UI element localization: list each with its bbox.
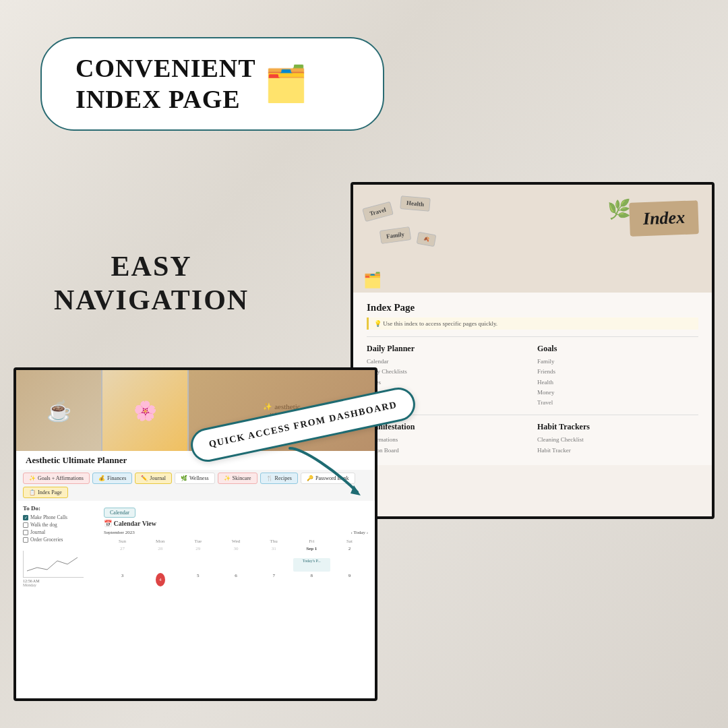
calendar-row-event: Today's P...	[104, 558, 368, 572]
cal-cell-sep1[interactable]: Sep 1	[293, 545, 330, 558]
cal-today-marker[interactable]: 4	[156, 573, 165, 586]
cal-cell-3[interactable]: 3	[104, 572, 141, 588]
health-card: Health	[400, 195, 431, 212]
habit-trackers-items: Cleaning ChecklistHabit Tracker	[537, 435, 698, 456]
cal-cell-9[interactable]: 9	[331, 572, 368, 588]
easy-navigation-text: EASY NAVIGATION	[54, 249, 249, 317]
cal-header-mon: Mon	[142, 538, 179, 545]
index-label: Index	[642, 208, 685, 229]
easy-nav-line2: NAVIGATION	[54, 283, 249, 317]
hero-image-3: ✨ aestheticlifestyle	[189, 370, 375, 451]
leaf-decoration: 🌿	[607, 198, 631, 220]
calendar-grid-headers: Sun Mon Tue Wed Thu Fri Sat	[104, 538, 368, 545]
index-divider-2	[367, 415, 698, 415]
family-card: Family	[380, 226, 411, 244]
folder-icon: 🗂️	[264, 67, 308, 102]
nav-wellness[interactable]: 🌿Wellness	[175, 473, 215, 484]
mini-chart	[23, 551, 84, 578]
cal-header-tue: Tue	[179, 538, 216, 545]
travel-card: Travel	[362, 202, 394, 222]
todo-item-3: Journal	[23, 529, 97, 535]
calendar-view-title: 📅 Calendar View	[104, 520, 368, 527]
nav-skincare[interactable]: ✨Skincare	[218, 473, 257, 484]
hero-image-1: ☕	[16, 370, 102, 451]
nav-password-bank[interactable]: 🔑Password Bank	[301, 473, 355, 484]
cal-cell-4-today[interactable]: 4	[142, 572, 179, 588]
cal-header-sat: Sat	[331, 538, 368, 545]
nav-recipes[interactable]: 🍴Recipes	[260, 473, 298, 484]
todo-title: To Do:	[23, 505, 97, 512]
todo-section: To Do: ✓ Make Phone Calls Walk the dog J…	[23, 505, 97, 694]
calendar-tab[interactable]: Calendar	[104, 508, 135, 518]
manifestation-items: AffirmationsVision Board	[367, 435, 528, 456]
goals-items: FamilyFriendsHealthMoneyTravel	[537, 357, 698, 408]
cal-event-2	[142, 558, 179, 572]
cal-cell-28[interactable]: 28	[142, 545, 179, 558]
todo-check-2	[23, 522, 28, 528]
calendar-nav-buttons[interactable]: ‹ Today ›	[351, 530, 368, 535]
index-page-heading: Index Page	[367, 302, 698, 313]
cal-cell-31[interactable]: 31	[255, 545, 293, 558]
cal-cell-5[interactable]: 5	[179, 572, 216, 588]
manifestation-heading: Manifestation	[367, 422, 528, 432]
cal-event-1	[104, 558, 141, 572]
cal-cell-6[interactable]: 6	[217, 572, 254, 588]
cal-cell-7[interactable]: 7	[255, 572, 293, 588]
todo-item-4: Order Groceries	[23, 537, 97, 543]
calendar-section: Calendar 📅 Calendar View September 2023 …	[104, 505, 368, 694]
cal-event-3	[179, 558, 216, 572]
habit-trackers-heading: Habit Trackers	[537, 422, 698, 432]
todo-item-2: Walk the dog	[23, 522, 97, 528]
cal-event-5	[255, 558, 293, 572]
todo-check-3	[23, 530, 28, 535]
prev-month-btn[interactable]: ‹ Today ›	[351, 530, 368, 535]
dashboard-screenshot: ☕ 🌸 ✨ aestheticlifestyle Aesthetic Ultim…	[13, 367, 377, 701]
easy-nav-line1: EASY	[54, 249, 249, 283]
calendar-month: September 2023	[104, 530, 135, 535]
cal-cell-8[interactable]: 8	[293, 572, 330, 588]
cal-cell-29[interactable]: 29	[179, 545, 216, 558]
cal-event-7	[331, 558, 368, 572]
nav-journal[interactable]: ✏️Journal	[135, 473, 172, 484]
nav-goals-affirmations[interactable]: ✨Goals + Affirmations	[23, 473, 90, 484]
cal-cell-27[interactable]: 27	[104, 545, 141, 558]
mini-chart-area: 12:56 AM Monday	[23, 551, 97, 587]
dashboard-content: To Do: ✓ Make Phone Calls Walk the dog J…	[16, 501, 375, 698]
index-columns-bottom: Manifestation AffirmationsVision Board H…	[367, 422, 698, 456]
calendar-row-1: 27 28 29 30 31 Sep 1 2	[104, 545, 368, 558]
cal-event-today[interactable]: Today's P...	[293, 558, 330, 572]
dashboard-nav[interactable]: ✨Goals + Affirmations 💰Finances ✏️Journa…	[16, 470, 375, 501]
title-badge: CONVENIENT INDEX PAGE 🗂️	[40, 37, 384, 131]
index-divider-1	[367, 336, 698, 337]
goals-heading: Goals	[537, 344, 698, 354]
todo-item-1: ✓ Make Phone Calls	[23, 514, 97, 520]
nav-index-page[interactable]: 📋Index Page	[23, 487, 68, 498]
cal-cell-2[interactable]: 2	[331, 545, 368, 558]
cal-event-4	[217, 558, 254, 572]
nav-finances[interactable]: 💰Finances	[92, 473, 132, 484]
index-hint: 💡 Use this index to access specific page…	[367, 317, 698, 330]
cal-cell-30[interactable]: 30	[217, 545, 254, 558]
chart-day: Monday	[23, 583, 97, 587]
dashboard-title: Aesthetic Ultimate Planner	[26, 455, 365, 466]
index-page-screenshot: Travel Health Family 🍂 🌿 Index 🗂️ Index …	[351, 182, 715, 519]
folder-emoji-small: 🗂️	[363, 272, 382, 289]
index-label-box: Index	[629, 200, 699, 237]
dashboard-title-bar: Aesthetic Ultimate Planner	[16, 451, 375, 470]
manifestation-col: Manifestation AffirmationsVision Board	[367, 422, 528, 456]
hero-image-2: 🌸	[102, 370, 189, 451]
dashboard-hero: ☕ 🌸 ✨ aestheticlifestyle	[16, 370, 375, 451]
cal-header-sun: Sun	[104, 538, 141, 545]
cal-header-wed: Wed	[217, 538, 254, 545]
extra-card: 🍂	[417, 232, 437, 247]
daily-planner-col: Daily Planner CalendarDaily ChecklistsNo…	[367, 344, 528, 408]
habit-trackers-col: Habit Trackers Cleaning ChecklistHabit T…	[537, 422, 698, 456]
index-body: Index Page 💡 Use this index to access sp…	[353, 293, 712, 465]
calendar-nav: September 2023 ‹ Today ›	[104, 530, 368, 535]
daily-planner-heading: Daily Planner	[367, 344, 528, 354]
todo-check-4	[23, 537, 28, 543]
title-line2: INDEX PAGE	[75, 84, 256, 115]
goals-col: Goals FamilyFriendsHealthMoneyTravel	[537, 344, 698, 408]
cal-header-fri: Fri	[293, 538, 330, 545]
todo-check-1: ✓	[23, 515, 28, 520]
